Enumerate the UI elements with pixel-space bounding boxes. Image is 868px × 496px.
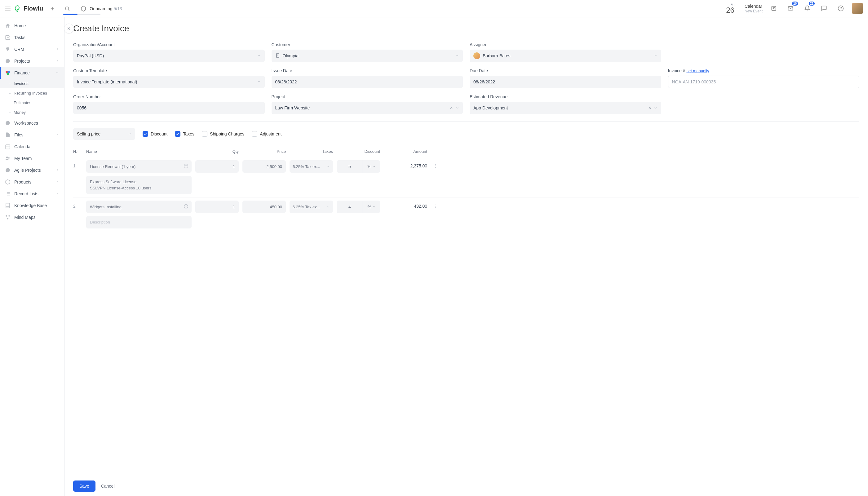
user-avatar[interactable] (852, 3, 863, 14)
chevron-down-icon (654, 106, 657, 110)
menu-toggle[interactable] (5, 6, 11, 11)
issue-date-input[interactable]: 08/26/2022 (272, 76, 463, 88)
set-manually-link[interactable]: set manually (686, 68, 709, 73)
svg-point-23 (5, 215, 7, 217)
svg-point-14 (5, 121, 10, 125)
col-price: Price (243, 149, 286, 154)
qty-input[interactable]: 1 (195, 201, 239, 213)
sub-item-recurring-invoices[interactable]: Recurring Invoices (0, 88, 64, 98)
svg-point-24 (9, 215, 10, 217)
checkbox-checked-icon (143, 131, 148, 137)
order-number-label: Order Number (73, 94, 265, 99)
chevron-icon (56, 47, 59, 52)
checkbox-icon (202, 131, 207, 137)
add-button[interactable] (47, 3, 58, 14)
discount-checkbox[interactable]: Discount (143, 131, 167, 137)
item-name-input[interactable]: License Renewal (1 year) (86, 160, 191, 173)
nav-item-home[interactable]: Home (0, 20, 64, 32)
save-button[interactable]: Save (73, 480, 95, 492)
nav-icon (5, 203, 11, 208)
cube-icon (184, 164, 188, 170)
assignee-select[interactable]: Barbara Bates (470, 50, 661, 62)
sub-item-invoices[interactable]: Invoices (0, 79, 64, 88)
svg-point-10 (5, 59, 10, 63)
nav-item-agile-projects[interactable]: Agile Projects (0, 164, 64, 176)
nav-item-record-lists[interactable]: Record Lists (0, 188, 64, 200)
chevron-down-icon (455, 106, 459, 110)
customer-select[interactable]: Olympia (272, 50, 463, 62)
svg-point-25 (7, 218, 9, 219)
item-description-input[interactable]: Description (86, 216, 191, 229)
price-input[interactable]: 2,500.00 (243, 160, 286, 173)
discount-unit-select[interactable]: % (363, 160, 380, 173)
clear-icon[interactable]: ✕ (648, 106, 651, 110)
customer-label: Customer (272, 42, 463, 47)
shipping-checkbox[interactable]: Shipping Charges (202, 131, 244, 137)
help-icon[interactable] (835, 3, 846, 14)
nav-icon (5, 132, 11, 138)
nav-item-projects[interactable]: Projects (0, 55, 64, 67)
nav-icon (5, 23, 11, 29)
nav-item-calendar[interactable]: Calendar (0, 141, 64, 153)
due-date-input[interactable]: 08/26/2022 (470, 76, 661, 88)
nav-item-products[interactable]: Products (0, 176, 64, 188)
col-num: № (73, 149, 82, 154)
chevron-down-icon (654, 53, 657, 58)
adjustment-checkbox[interactable]: Adjustment (252, 131, 281, 137)
nav-item-files[interactable]: Files (0, 129, 64, 141)
nav-item-mind-maps[interactable]: Mind Maps (0, 212, 64, 223)
onboarding-widget[interactable]: Onboarding 5/13 (80, 5, 122, 12)
tax-select[interactable]: 6.25% Tax ex... (290, 201, 333, 213)
cancel-button[interactable]: Cancel (101, 484, 115, 489)
nav-item-workspaces[interactable]: Workspaces (0, 117, 64, 129)
notes-icon[interactable] (768, 3, 779, 14)
clear-icon[interactable]: ✕ (450, 106, 453, 110)
qty-input[interactable]: 1 (195, 160, 239, 173)
discount-unit-select[interactable]: % (363, 201, 380, 213)
svg-point-19 (5, 168, 10, 172)
nav-item-crm[interactable]: CRM (0, 43, 64, 55)
close-button[interactable] (64, 24, 74, 33)
taxes-checkbox[interactable]: Taxes (175, 131, 195, 137)
chevron-down-icon (327, 205, 330, 209)
item-name-input[interactable]: Widgets Installing (86, 201, 191, 213)
price-input[interactable]: 450.00 (243, 201, 286, 213)
nav-item-knowledge-base[interactable]: Knowledge Base (0, 200, 64, 212)
checkbox-icon (252, 131, 257, 137)
row-menu-icon[interactable]: ⋮ (431, 201, 440, 208)
discount-value-input[interactable]: 5 (337, 160, 363, 173)
tax-select[interactable]: 6.25% Tax ex... (290, 160, 333, 173)
col-qty: Qty (195, 149, 239, 154)
brand-logo[interactable]: Flowlu (14, 5, 43, 12)
order-number-input[interactable]: 0056 (73, 102, 265, 114)
chevron-icon (56, 180, 59, 184)
nav-icon (5, 35, 11, 40)
discount-value-input[interactable]: 4 (337, 201, 363, 213)
invoice-number-input[interactable]: NGA-AN-1719-000035 (668, 76, 859, 88)
date-widget[interactable]: Fri 26 (726, 2, 739, 14)
bell-icon[interactable]: 21 (802, 3, 813, 14)
chat-icon[interactable] (818, 3, 830, 14)
revenue-select[interactable]: App Development ✕ (470, 102, 661, 114)
nav-icon (5, 144, 11, 150)
project-label: Project (272, 94, 463, 99)
sub-item-estimates[interactable]: Estimates (0, 98, 64, 108)
row-menu-icon[interactable]: ⋮ (431, 160, 440, 168)
org-label: Organization/Account (73, 42, 265, 47)
sub-item-money[interactable]: Money (0, 108, 64, 117)
org-select[interactable]: PayPal (USD) (73, 50, 265, 62)
nav-item-tasks[interactable]: Tasks (0, 32, 64, 43)
template-label: Custom Template (73, 68, 265, 73)
nav-item-my-team[interactable]: My Team (0, 153, 64, 164)
search-button[interactable] (62, 3, 73, 14)
nav-icon (5, 156, 11, 161)
calendar-sub: New Event (745, 9, 763, 14)
chevron-icon (56, 191, 59, 196)
mail-icon[interactable]: 10 (785, 3, 796, 14)
project-select[interactable]: Law Firm Website ✕ (272, 102, 463, 114)
nav-item-finance[interactable]: Finance (0, 67, 64, 79)
price-type-select[interactable]: Selling price (73, 128, 135, 140)
template-select[interactable]: Invoice Template (international) (73, 76, 265, 88)
calendar-widget[interactable]: Calendar New Event (745, 3, 763, 14)
item-description-input[interactable]: Express Software License SSLVPN License-… (86, 176, 191, 194)
